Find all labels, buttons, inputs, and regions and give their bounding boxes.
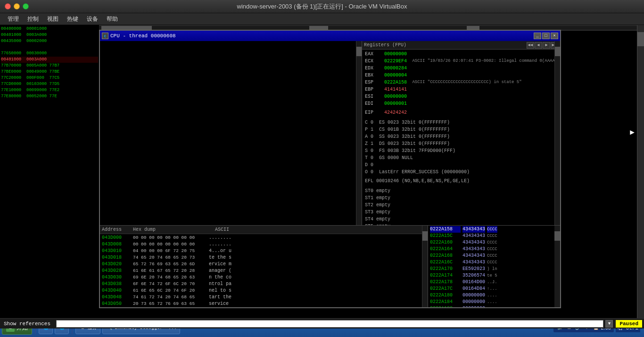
menu-control[interactable]: 控制	[24, 14, 42, 24]
window-title: window-server-2003 (备份 1)[正在运行] - Oracle…	[237, 2, 407, 11]
reg-nav-first[interactable]: ◄◄	[527, 42, 534, 49]
cpu-close-btn[interactable]: ×	[551, 33, 558, 39]
cpu-bottom-panels: Address Hex dump ASCII 043D00000 00 00 0…	[100, 225, 560, 307]
asm-content	[100, 41, 362, 225]
vm-scrollbar-thumb[interactable]	[637, 32, 644, 46]
stack-row: 0222A18400000000....	[430, 299, 558, 305]
dump-row: 043D03069 6E 20 74 68 65 20 63n the co	[102, 274, 426, 281]
reg-panel-header: Registers (FPU) ◄◄ ◄ ► ►►	[362, 41, 560, 50]
cpu-dialog-titlebar: C CPU - thread 00000608 _ □ ×	[100, 31, 560, 41]
show-refs-text: Show references	[0, 321, 54, 327]
menu-view[interactable]: 视图	[43, 14, 62, 24]
vm-scrollbar[interactable]: ▶	[637, 25, 644, 318]
flag-z: Z 1 DS 0023 32bit 0(FFFFFFFF)	[365, 140, 557, 147]
reg-esi: ESI00000000	[365, 93, 557, 100]
dump-content: 043D00000 00 00 00 00 00 00 00........ 0…	[100, 234, 428, 307]
dump-row: 043D02861 6E 61 67 65 72 20 28anager (	[102, 268, 426, 274]
flag-c: C 0 ES 0023 32bit 0(FFFFFFFF)	[365, 119, 557, 126]
reg-esp: ESP0222A158 ASCII "CCCCCCCCCCCCCCCCCCCCC…	[365, 79, 557, 86]
reg-nav-next[interactable]: ►	[543, 42, 550, 49]
dump-header: Address Hex dump ASCII	[100, 226, 428, 234]
dump-row: 043D00000 00 00 00 00 00 00 00........	[102, 235, 426, 241]
menu-bar: 管理 控制 视图 热键 设备 帮助	[0, 13, 644, 25]
reg-content: EAX00000000 ECX02229EF4 ASCII "19/03/26 …	[362, 50, 560, 225]
stack-row: 0222A17C00164D84↑...	[430, 286, 558, 292]
reg-efl: EFL 00010246 (NO,NB,E,BE,NS,PE,GE,LE)	[365, 177, 557, 185]
reg-ebx: EBX00000004	[365, 72, 557, 79]
cpu-asm-panel	[100, 41, 362, 225]
dump-row: 043D0386F 6E 74 72 6F 6C 20 70ntrol pa	[102, 281, 426, 287]
scroll-thumb-2[interactable]	[309, 26, 328, 30]
cpu-dialog-controls[interactable]: _ □ ×	[534, 33, 558, 39]
vm-area: 00400000 00001000 00401000 0003A000 0043…	[0, 25, 644, 318]
cpu-body: Registers (FPU) ◄◄ ◄ ► ►► EAX00000000 EC…	[100, 41, 560, 307]
cpu-top-panels: Registers (FPU) ◄◄ ◄ ► ►► EAX00000000 EC…	[100, 41, 560, 225]
cpu-reg-panel: Registers (FPU) ◄◄ ◄ ► ►► EAX00000000 EC…	[362, 41, 560, 225]
fpu-st2: ST2 empty	[365, 202, 557, 209]
menu-device[interactable]: 设备	[83, 14, 102, 24]
cpu-dialog-title: C CPU - thread 00000608	[102, 33, 176, 39]
reg-ecx: ECX02229EF4 ASCII "19/03/26 02:07:41 P3-…	[365, 58, 557, 65]
cursor-indicator: ▶	[630, 127, 635, 137]
reg-scrollbar[interactable]	[554, 41, 560, 225]
dump-row: 043D04874 61 72 74 20 74 68 65tart the	[102, 294, 426, 301]
cpu-stack-panel: 0222A15843434343CCCC 0222A15C43434343CCC…	[428, 226, 560, 307]
status-bar: Show references ▼ Paused	[0, 318, 644, 329]
reg-eip: EIP42424242	[365, 109, 557, 116]
fpu-st0: ST0 empty	[365, 187, 557, 194]
flag-t: T 0 GS 0000 NULL	[365, 154, 557, 161]
stack-row: 0222A16443434343CCCC	[430, 246, 558, 253]
flag-d: D 0	[365, 161, 557, 168]
dump-row: 043D01004 00 00 00 6F 72 20 754...or u	[102, 248, 426, 254]
dump-scrollbar[interactable]	[422, 226, 428, 307]
reg-scrollbar-thumb[interactable]	[555, 47, 560, 56]
dump-scrollbar-thumb[interactable]	[422, 231, 428, 241]
cpu-dialog: C CPU - thread 00000608 _ □ ×	[99, 30, 561, 308]
scroll-track[interactable]	[7, 26, 637, 30]
stack-row: 0222A16043434343CCCC	[430, 239, 558, 246]
menu-hotkey[interactable]: 热键	[63, 14, 82, 24]
reg-nav-btns[interactable]: ◄◄ ◄ ► ►►	[527, 42, 558, 49]
window-controls[interactable]	[5, 3, 29, 9]
maximize-button[interactable]	[23, 3, 29, 9]
cpu-title-text: CPU - thread 00000608	[110, 33, 176, 39]
reg-nav-prev[interactable]: ◄	[535, 42, 542, 49]
reg-ebp: EBP41414141	[365, 86, 557, 93]
stack-scrollbar[interactable]	[554, 226, 560, 307]
asm-scrollbar[interactable]	[356, 41, 362, 225]
dump-row: 043D05020 73 65 72 76 69 63 65 service	[102, 301, 426, 307]
fpu-st4: ST4 empty	[365, 216, 557, 223]
menu-help[interactable]: 帮助	[103, 14, 122, 24]
stack-row: 0222A18000000000....	[430, 292, 558, 299]
fpu-st3: ST3 empty	[365, 209, 557, 216]
dump-row: 043D01874 65 20 74 68 65 20 73te the s	[102, 254, 426, 261]
reg-edi: EDI00000001	[365, 100, 557, 107]
flag-o: O 0 LastErr ERROR_SUCCESS (00000000)	[365, 168, 557, 176]
flag-p: P 1 CS 001B 32bit 0(FFFFFFFF)	[365, 126, 557, 133]
scroll-thumb-3[interactable]	[467, 26, 479, 30]
flag-a: A 0 SS 0023 32bit 0(FFFFFFFF)	[365, 133, 557, 140]
asm-scrollbar-thumb[interactable]	[356, 47, 362, 56]
status-input[interactable]	[56, 320, 603, 328]
title-bar: window-server-2003 (备份 1)[正在运行] - Oracle…	[0, 0, 644, 13]
reg-eax: EAX00000000	[365, 51, 557, 58]
stack-row: 0222A15C43434343CCCC	[430, 233, 558, 239]
scroll-thumb-1[interactable]	[101, 26, 152, 30]
minimize-button[interactable]	[14, 3, 20, 9]
fpu-st1: ST1 empty	[365, 194, 557, 202]
reg-panel-title: Registers (FPU)	[364, 42, 406, 48]
status-scroll-btn[interactable]: ▼	[605, 320, 613, 328]
stack-row: 0222A17435206574te 5	[430, 272, 558, 279]
stack-content: 0222A15843434343CCCC 0222A15C43434343CCC…	[428, 226, 560, 307]
stack-row: 0222A16843434343CCCC	[430, 253, 558, 259]
bg-hex-panel: 00400000 00001000 00401000 0003A000 0043…	[0, 25, 99, 318]
cpu-minimize-btn[interactable]: _	[534, 33, 541, 39]
stack-row: 0222A170EE592023) ln	[430, 266, 558, 272]
stack-scrollbar-thumb[interactable]	[554, 231, 560, 241]
menu-manage[interactable]: 管理	[4, 14, 23, 24]
fpu-st5: ST5 empty	[365, 223, 557, 225]
close-button[interactable]	[5, 3, 11, 9]
reg-edx: EDX00000284	[365, 65, 557, 72]
dump-header-text: Address Hex dump ASCII	[102, 227, 229, 232]
cpu-maximize-btn[interactable]: □	[542, 33, 550, 39]
